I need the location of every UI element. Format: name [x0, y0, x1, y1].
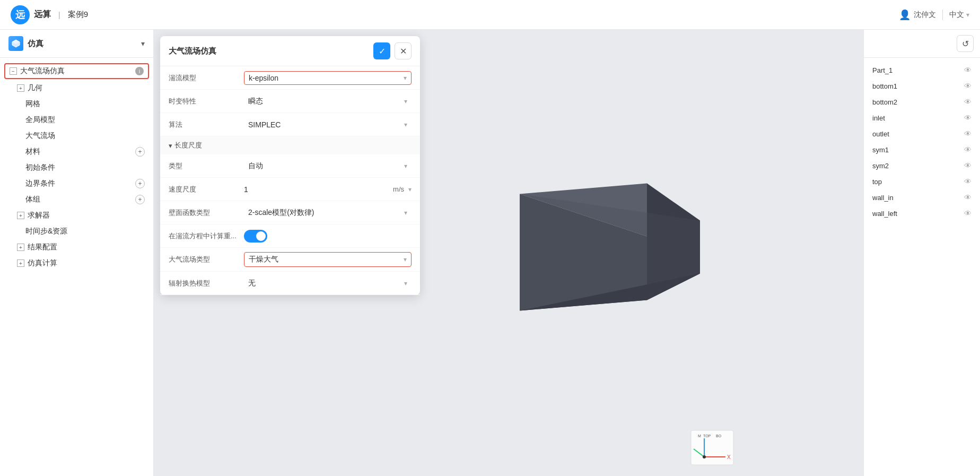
list-item[interactable]: top 👁: [864, 174, 980, 189]
sidebar-item-boundary[interactable]: 边界条件 +: [0, 176, 153, 192]
list-item[interactable]: sym1 👁: [864, 142, 980, 158]
expand-icon-sim-calc[interactable]: +: [17, 259, 24, 267]
transient-value: 瞬态: [248, 97, 263, 106]
sidebar-item-init-cond-label: 初始条件: [25, 163, 145, 172]
sidebar-item-atm-field[interactable]: 大气流场: [0, 128, 153, 144]
sidebar-item-global-model[interactable]: 全局模型: [0, 112, 153, 128]
sidebar-item-result-config[interactable]: + 结果配置: [0, 239, 153, 255]
svg-text:BO: BO: [716, 434, 722, 438]
panel-actions: ✓ ✕: [373, 42, 412, 59]
form-row-atm-type: 大气流场类型 干燥大气 ▾: [160, 248, 420, 272]
language-selector[interactable]: 中文 ▾: [949, 10, 969, 20]
form-row-speed-scale: 速度尺度 1 m/s ▾: [160, 178, 420, 201]
list-item[interactable]: outlet 👁: [864, 126, 980, 142]
length-scale-section[interactable]: ▾ 长度尺度: [160, 136, 420, 154]
type-label: 类型: [169, 161, 238, 171]
sidebar-item-solver-label: 求解器: [28, 211, 145, 220]
sidebar-item-materials[interactable]: 材料 +: [0, 144, 153, 160]
turbulence-label: 湍流模型: [169, 73, 238, 83]
sidebar-item-solver[interactable]: + 求解器: [0, 207, 153, 223]
eye-icon[interactable]: 👁: [964, 177, 972, 186]
eye-icon[interactable]: 👁: [964, 82, 972, 90]
speed-unit: m/s: [393, 185, 404, 193]
confirm-button[interactable]: ✓: [373, 42, 390, 59]
sidebar-item-atm-field-label: 大气流场: [25, 131, 145, 141]
algorithm-label: 算法: [169, 120, 238, 129]
refresh-button[interactable]: ↺: [957, 35, 974, 52]
radiation-select[interactable]: 无 ▾: [244, 276, 412, 290]
part-name: inlet: [872, 114, 885, 122]
algorithm-select[interactable]: SIMPLEC ▾: [244, 118, 412, 131]
eye-icon[interactable]: 👁: [964, 145, 972, 154]
eye-icon[interactable]: 👁: [964, 193, 972, 202]
sidebar-item-init-cond[interactable]: 初始条件: [0, 160, 153, 176]
sidebar-item-body-group[interactable]: 体组 +: [0, 192, 153, 207]
sidebar-item-atm-sim[interactable]: − 大气流场仿真 i: [4, 63, 149, 79]
add-body-icon[interactable]: +: [135, 195, 145, 204]
sidebar-collapse-icon[interactable]: ▾: [141, 39, 145, 48]
sidebar-item-geometry-label: 几何: [28, 83, 145, 93]
list-item[interactable]: wall_in 👁: [864, 189, 980, 205]
algorithm-value: SIMPLEC: [248, 120, 281, 129]
sidebar-header-left: 仿真: [8, 36, 43, 51]
turbulence-select[interactable]: k-epsilon ▾: [244, 71, 412, 85]
eye-icon[interactable]: 👁: [964, 98, 972, 106]
part-name: wall_in: [872, 194, 894, 202]
header-right: 👤 沈仲文 中文 ▾: [899, 9, 969, 21]
sidebar-item-materials-label: 材料: [25, 147, 132, 157]
sidebar-item-geometry[interactable]: + 几何: [0, 80, 153, 96]
sidebar-item-mesh[interactable]: 网格: [0, 96, 153, 112]
add-boundary-icon[interactable]: +: [135, 179, 145, 188]
type-select[interactable]: 自动 ▾: [244, 159, 412, 173]
left-sidebar: 仿真 ▾ − 大气流场仿真 i + 几何 网格 全局模型: [0, 30, 154, 476]
sidebar-item-timestep[interactable]: 时间步&资源: [0, 223, 153, 239]
chevron-down-icon-4: ▾: [404, 162, 407, 170]
list-item[interactable]: sym2 👁: [864, 158, 980, 174]
eye-icon[interactable]: 👁: [964, 129, 972, 138]
sidebar-item-sim-calc[interactable]: + 仿真计算: [0, 255, 153, 271]
chevron-down-icon-6: ▾: [404, 209, 407, 217]
list-item[interactable]: inlet 👁: [864, 110, 980, 126]
right-panel: ↺ Part_1 👁 bottom1 👁 bottom2 👁 inlet 👁: [863, 30, 980, 476]
calc-gravity-label: 在湍流方程中计算重...: [169, 231, 238, 241]
list-item[interactable]: bottom1 👁: [864, 78, 980, 94]
expand-icon-solver[interactable]: +: [17, 212, 24, 219]
center-area: 大气流场仿真 ✓ ✕ 湍流模型 k-epsilon ▾ 时变特性: [154, 30, 863, 476]
svg-text:TOP: TOP: [703, 434, 711, 438]
eye-icon[interactable]: 👁: [964, 209, 972, 218]
expand-icon-result[interactable]: +: [17, 244, 24, 251]
calc-gravity-toggle[interactable]: [244, 230, 267, 243]
settings-panel: 大气流场仿真 ✓ ✕ 湍流模型 k-epsilon ▾ 时变特性: [160, 36, 420, 295]
speed-value: 1: [244, 183, 391, 196]
sidebar-title: 仿真: [28, 39, 43, 49]
form-row-type: 类型 自动 ▾: [160, 154, 420, 178]
atm-type-select[interactable]: 干燥大气 ▾: [244, 252, 412, 267]
section-label: 长度尺度: [174, 141, 202, 150]
expand-icon[interactable]: −: [10, 67, 17, 75]
part-name: bottom2: [872, 98, 897, 106]
chevron-down-icon-3: ▾: [404, 121, 407, 128]
axes-indicator: X M TOP BO: [688, 428, 736, 468]
form-row-transient: 时变特性 瞬态 ▾: [160, 90, 420, 113]
list-item[interactable]: bottom2 👁: [864, 94, 980, 110]
add-material-icon[interactable]: +: [135, 147, 145, 157]
header-divider: [942, 10, 943, 20]
transient-select[interactable]: 瞬态 ▾: [244, 94, 412, 108]
eye-icon[interactable]: 👁: [964, 66, 972, 74]
part-name: wall_left: [872, 210, 897, 218]
sidebar-header: 仿真 ▾: [0, 30, 153, 58]
sidebar-item-timestep-label: 时间步&资源: [25, 227, 145, 236]
eye-icon[interactable]: 👁: [964, 161, 972, 170]
close-button[interactable]: ✕: [395, 42, 412, 59]
user-name: 沈仲文: [914, 10, 936, 20]
expand-icon-geometry[interactable]: +: [17, 84, 24, 92]
wall-func-select[interactable]: 2-scale模型(对数律) ▾: [244, 206, 412, 220]
list-item[interactable]: Part_1 👁: [864, 62, 980, 78]
list-item[interactable]: wall_left 👁: [864, 205, 980, 221]
chevron-down-icon: ▾: [966, 11, 969, 19]
viewport: 大气流场仿真 ✓ ✕ 湍流模型 k-epsilon ▾ 时变特性: [154, 30, 863, 476]
form-row-algorithm: 算法 SIMPLEC ▾: [160, 113, 420, 136]
atm-type-value: 干燥大气: [249, 255, 278, 264]
part-name: sym1: [872, 146, 889, 154]
eye-icon[interactable]: 👁: [964, 114, 972, 122]
